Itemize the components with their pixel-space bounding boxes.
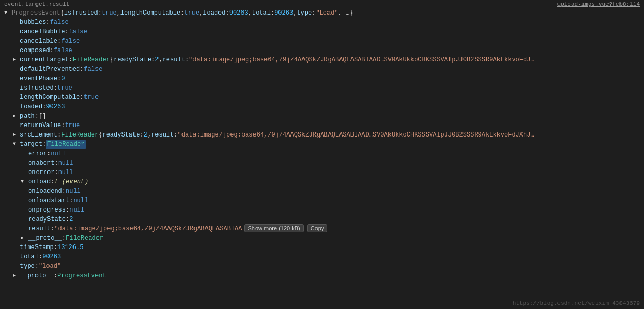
log-line: isTrusted: true [0, 83, 644, 93]
top-key: ProgressEvent [11, 8, 60, 18]
log-line: result: "data:image/jpeg;base64,/9j/4AAQ… [0, 224, 644, 233]
arrow-expand[interactable] [13, 140, 19, 149]
log-line: cancelable: false [0, 36, 644, 46]
show-more-button[interactable]: Show more (120 kB) [244, 224, 303, 232]
log-line: type: "load" [0, 262, 644, 271]
property-label: event.target.result [4, 1, 69, 7]
log-line: onloadend: null [0, 187, 644, 196]
property-key: returnValue [20, 121, 61, 130]
arrow-collapse[interactable] [13, 271, 19, 280]
log-line: total: 90263 [0, 252, 644, 262]
log-line: target: FileReader [0, 140, 644, 149]
arrow-collapse[interactable] [21, 233, 27, 243]
log-line: timeStamp: 13126.5 [0, 243, 644, 252]
property-key: path [20, 112, 35, 121]
property-key: onabort [28, 158, 54, 168]
property-key: onerror [28, 168, 54, 177]
property-key: loaded [20, 102, 42, 112]
property-key: srcElement [20, 130, 57, 140]
arrow-expand[interactable] [4, 8, 10, 18]
log-line: __proto__: ProgressEvent [0, 271, 644, 280]
property-key: onloadend [28, 187, 62, 196]
property-key: total [20, 252, 39, 262]
property-key: currentTarget [20, 55, 69, 65]
property-key: bubbles [20, 18, 46, 27]
property-key: __proto__ [28, 233, 62, 243]
property-key: defaultPrevented [20, 65, 80, 74]
property-key: timeStamp [20, 243, 54, 252]
log-line: cancelBubble: false [0, 27, 644, 36]
copy-button[interactable]: Copy [307, 224, 328, 232]
property-key: error [28, 149, 47, 158]
arrow-expand[interactable] [21, 177, 27, 187]
log-line: currentTarget: FileReader {readyState: 2… [0, 55, 644, 65]
log-line: onabort: null [0, 158, 644, 168]
log-line: composed: false [0, 46, 644, 55]
property-key: cancelBubble [20, 27, 65, 36]
log-line: eventPhase: 0 [0, 74, 644, 83]
log-line: onprogress: null [0, 205, 644, 215]
property-key: result [28, 224, 51, 233]
log-line: bubbles: false [0, 18, 644, 27]
property-key: composed [20, 46, 50, 55]
property-key: onload [28, 177, 51, 187]
log-line: readyState: 2 [0, 215, 644, 224]
property-key: eventPhase [20, 74, 57, 83]
watermark: https://blog.csdn.net/weixin_43843679 [513, 300, 640, 306]
log-line: loaded: 90263 [0, 102, 644, 112]
file-link[interactable]: upload-imgs.vue?feb8:114 [557, 1, 640, 7]
property-key: cancelable [20, 36, 57, 46]
property-key: onloadstart [28, 196, 69, 205]
property-key: target [20, 140, 42, 149]
log-line: onerror: null [0, 168, 644, 177]
property-key: lengthComputable [20, 93, 80, 102]
arrow-collapse[interactable] [13, 55, 19, 65]
log-lines: ProgressEvent {isTrusted: true, lengthCo… [0, 8, 644, 280]
log-line: returnValue: true [0, 121, 644, 130]
property-key: type [20, 262, 35, 271]
log-line: lengthComputable: true [0, 93, 644, 102]
top-bar: event.target.result upload-imgs.vue?feb8… [0, 0, 644, 8]
log-line: srcElement: FileReader {readyState: 2, r… [0, 130, 644, 140]
arrow-collapse[interactable] [13, 130, 19, 140]
log-line: onload: f (event) [0, 177, 644, 187]
log-line: error: null [0, 149, 644, 158]
property-key: isTrusted [20, 83, 54, 93]
log-line: __proto__: FileReader [0, 233, 644, 243]
property-key: onprogress [28, 205, 66, 215]
property-key: readyState [28, 215, 66, 224]
log-line: path: [] [0, 112, 644, 121]
devtools-panel: event.target.result upload-imgs.vue?feb8… [0, 0, 644, 309]
bottom-bar: https://blog.csdn.net/weixin_43843679 [513, 300, 640, 307]
log-line: defaultPrevented: false [0, 65, 644, 74]
log-line: ProgressEvent {isTrusted: true, lengthCo… [0, 8, 644, 18]
property-key: __proto__ [20, 271, 54, 280]
log-line: onloadstart: null [0, 196, 644, 205]
arrow-collapse[interactable] [13, 112, 19, 121]
result-value: "data:image/jpeg;base64,/9j/4AAQSkZJRgAB… [54, 224, 242, 233]
